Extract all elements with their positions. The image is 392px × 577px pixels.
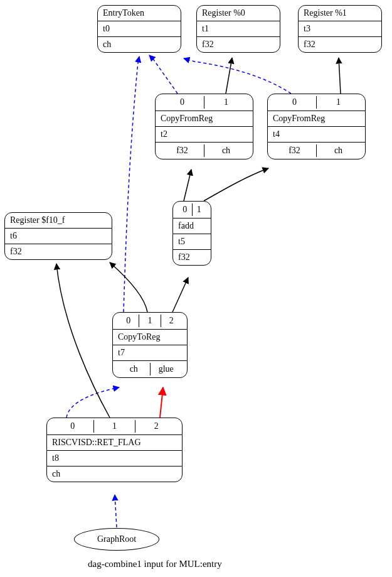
port-out-0: f32: [273, 144, 317, 157]
node-type: ch: [98, 37, 181, 52]
diagram-caption: dag-combine1 input for MUL:entry: [88, 559, 222, 569]
node-tval: t7: [113, 345, 187, 361]
port-out-1: ch: [204, 144, 248, 157]
port-in-0: 0: [273, 96, 317, 109]
port-in-0: 0: [118, 315, 139, 327]
node-title: EntryToken: [98, 6, 181, 21]
node-title: CopyFromReg: [268, 111, 365, 127]
node-tval: t1: [197, 21, 280, 37]
edges-layer: [0, 0, 392, 577]
node-title: RISCVISD::RET_FLAG: [47, 435, 182, 451]
node-title: Register $f10_f: [5, 213, 112, 229]
port-out-0: ch: [118, 363, 151, 375]
node-title: CopyToReg: [113, 330, 187, 345]
node-entrytoken: EntryToken t0 ch: [97, 5, 181, 53]
node-tval: t0: [98, 21, 181, 37]
node-type: f32: [173, 250, 211, 265]
port-in-0: 0: [52, 420, 94, 433]
node-type: f32: [299, 37, 381, 52]
port-out-0: f32: [161, 144, 204, 157]
node-title: GraphRoot: [97, 534, 136, 544]
node-fadd: 0 1 fadd t5 f32: [172, 201, 211, 266]
port-out-1: glue: [151, 363, 183, 375]
node-tval: t3: [299, 21, 381, 37]
node-copyfromreg-2: 0 1 CopyFromReg t4 f32 ch: [267, 94, 366, 159]
node-title: Register %1: [299, 6, 381, 21]
port-in-2: 2: [161, 315, 182, 327]
port-in-1: 1: [317, 96, 360, 109]
node-copyfromreg-1: 0 1 CopyFromReg t2 f32 ch: [155, 94, 253, 159]
node-register-0: Register %0 t1 f32: [196, 5, 280, 53]
port-in-1: 1: [193, 203, 206, 216]
port-out-1: ch: [317, 144, 360, 157]
node-ret-flag: 0 1 2 RISCVISD::RET_FLAG t8 ch: [46, 418, 183, 482]
node-title: fadd: [173, 218, 211, 234]
node-tval: t6: [5, 229, 112, 244]
port-in-1: 1: [204, 96, 248, 109]
node-tval: t8: [47, 451, 182, 466]
node-title: Register %0: [197, 6, 280, 21]
node-tval: t5: [173, 234, 211, 250]
node-register-f10: Register $f10_f t6 f32: [4, 212, 112, 260]
node-type: ch: [47, 466, 182, 482]
node-type: f32: [197, 37, 280, 52]
port-in-0: 0: [161, 96, 204, 109]
port-in-0: 0: [178, 203, 193, 216]
node-tval: t2: [156, 127, 253, 143]
node-register-1: Register %1 t3 f32: [298, 5, 382, 53]
node-graphroot: GraphRoot: [74, 528, 159, 551]
port-in-1: 1: [94, 420, 136, 433]
node-tval: t4: [268, 127, 365, 143]
node-copytoreg: 0 1 2 CopyToReg t7 ch glue: [112, 312, 188, 378]
node-type: f32: [5, 244, 112, 259]
port-in-2: 2: [135, 420, 177, 433]
port-in-1: 1: [139, 315, 161, 327]
node-title: CopyFromReg: [156, 111, 253, 127]
